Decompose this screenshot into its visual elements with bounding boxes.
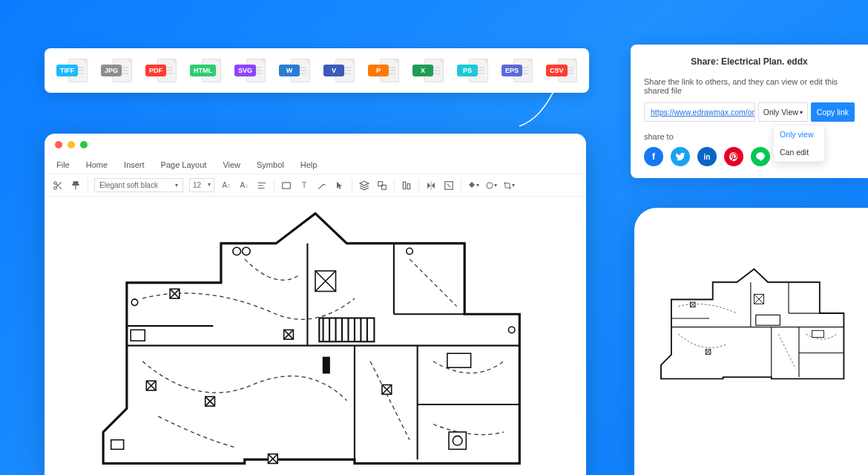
share-linkedin-icon[interactable]: in: [697, 147, 717, 166]
svg-rect-76: [756, 315, 780, 325]
share-twitter-icon[interactable]: [671, 147, 690, 166]
svg-point-61: [407, 248, 412, 254]
menubar: File Home Insert Page Layout View Symbol…: [45, 156, 586, 174]
export-format-html[interactable]: HTML: [190, 57, 221, 84]
increase-font-icon[interactable]: A↑: [220, 180, 232, 191]
crop-icon[interactable]: ▾: [503, 180, 515, 191]
shape-icon[interactable]: ▾: [485, 180, 497, 191]
export-formats-bar: TIFF JPG PDF HTML SVG W V P X PS EPS CSV: [45, 48, 589, 93]
fill-icon[interactable]: ▾: [467, 180, 479, 191]
share-title: Share: Electrical Plan. eddx: [644, 56, 855, 67]
svg-line-4: [56, 183, 58, 185]
export-format-jpg[interactable]: JPG: [101, 57, 132, 84]
menu-page-layout[interactable]: Page Layout: [161, 160, 207, 169]
menu-home[interactable]: Home: [86, 160, 108, 169]
menu-view[interactable]: View: [223, 160, 240, 169]
share-line-icon[interactable]: [751, 147, 770, 166]
pointer-icon[interactable]: [334, 180, 346, 191]
menu-file[interactable]: File: [56, 160, 70, 169]
connector-icon[interactable]: [316, 180, 328, 191]
svg-rect-12: [403, 182, 406, 189]
decrease-font-icon[interactable]: A↓: [238, 180, 250, 191]
svg-line-15: [447, 183, 451, 187]
floorplan-diagram: [74, 204, 556, 471]
share-description: Share the link to others, and they can v…: [644, 77, 855, 95]
share-facebook-icon[interactable]: f: [644, 147, 663, 166]
svg-point-16: [487, 183, 493, 189]
svg-rect-86: [812, 330, 824, 337]
menu-insert[interactable]: Insert: [124, 160, 145, 169]
menu-help[interactable]: Help: [300, 160, 318, 169]
svg-line-3: [59, 186, 61, 189]
svg-point-1: [54, 186, 57, 189]
share-dialog: Share: Electrical Plan. eddx Share the l…: [631, 45, 868, 178]
text-icon[interactable]: T: [298, 180, 310, 191]
size-icon[interactable]: [443, 180, 455, 191]
export-format-visio[interactable]: V: [323, 57, 355, 84]
menu-symbol[interactable]: Symbol: [257, 160, 284, 169]
export-format-tiff[interactable]: TIFF: [56, 57, 88, 84]
svg-point-0: [54, 181, 57, 184]
svg-point-65: [453, 436, 462, 445]
align-left-icon[interactable]: [256, 180, 268, 191]
editor-window: File Home Insert Page Layout View Symbol…: [45, 134, 586, 475]
export-format-ps[interactable]: PS: [457, 57, 488, 84]
phone-preview: [634, 208, 868, 475]
share-pinterest-icon[interactable]: [724, 147, 743, 166]
export-format-svg[interactable]: SVG: [234, 57, 266, 84]
svg-rect-57: [323, 357, 329, 373]
titlebar: [45, 134, 586, 156]
minimize-icon[interactable]: [68, 141, 75, 148]
permission-dropdown: Only view Can edit: [773, 125, 825, 162]
svg-rect-67: [111, 440, 124, 450]
toolbar: Elegant soft black▾ 12▾ A↑ A↓ T ▾ ▾ ▾: [45, 174, 586, 197]
close-icon[interactable]: [55, 141, 62, 148]
svg-rect-66: [131, 330, 145, 341]
svg-marker-9: [360, 181, 369, 186]
permission-option-view[interactable]: Only view: [774, 125, 824, 143]
svg-rect-63: [447, 353, 471, 367]
group-icon[interactable]: [376, 180, 388, 191]
svg-point-60: [131, 299, 137, 305]
flip-icon[interactable]: [425, 180, 437, 191]
svg-rect-27: [319, 318, 374, 342]
cut-icon[interactable]: [52, 180, 64, 191]
svg-rect-8: [283, 182, 291, 188]
svg-rect-13: [407, 183, 410, 189]
export-format-word[interactable]: W: [279, 57, 310, 84]
export-format-excel[interactable]: X: [412, 57, 444, 84]
copy-link-button[interactable]: Copy link: [811, 102, 855, 122]
font-size-select[interactable]: 12▾: [189, 178, 214, 192]
rectangle-icon[interactable]: [280, 180, 292, 191]
layers-icon[interactable]: [358, 180, 370, 191]
align-icon[interactable]: [401, 180, 412, 191]
svg-point-59: [243, 247, 251, 255]
svg-point-58: [233, 247, 241, 255]
permission-option-edit[interactable]: Can edit: [774, 143, 824, 161]
export-format-pdf[interactable]: PDF: [145, 57, 177, 84]
export-format-powerpoint[interactable]: P: [368, 57, 399, 84]
svg-point-62: [508, 327, 514, 332]
font-family-select[interactable]: Elegant soft black▾: [94, 178, 183, 192]
canvas[interactable]: [45, 197, 586, 471]
arrow-indicator: [512, 74, 571, 134]
format-painter-icon[interactable]: [70, 180, 82, 191]
share-permission-select[interactable]: Only View▾: [758, 102, 808, 122]
phone-floorplan-diagram: [651, 227, 858, 420]
maximize-icon[interactable]: [80, 141, 88, 148]
share-url-field[interactable]: https://www.edrawmax.com/online/files: [644, 102, 755, 122]
